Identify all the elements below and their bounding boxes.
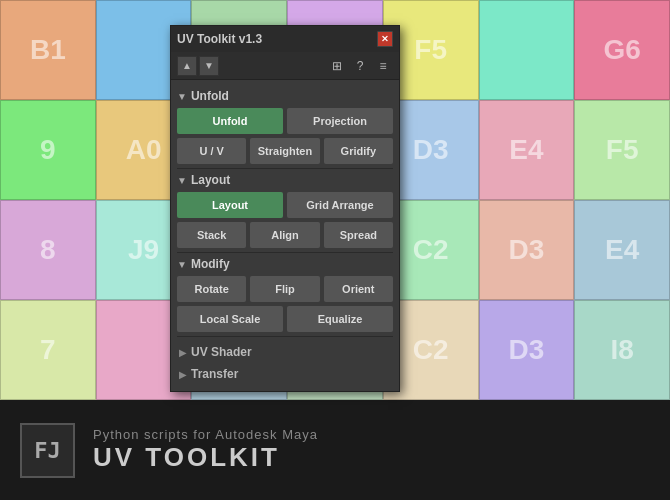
modify-row2: Local Scale Equalize: [177, 306, 393, 332]
local-scale-button[interactable]: Local Scale: [177, 306, 283, 332]
grid-icon[interactable]: ⊞: [327, 56, 347, 76]
bottom-title: UV TOOLKIT: [93, 442, 318, 473]
layout-arrow: ▼: [177, 175, 187, 186]
modify-title: Modify: [191, 257, 230, 271]
bottom-text-block: Python scripts for Autodesk Maya UV TOOL…: [93, 427, 318, 473]
modify-section-header: ▼ Modify: [177, 257, 393, 271]
grid-cell: D3: [479, 200, 575, 300]
grid-cell: 8: [0, 200, 96, 300]
grid-arrange-button[interactable]: Grid Arrange: [287, 192, 393, 218]
unfold-button[interactable]: Unfold: [177, 108, 283, 134]
divider1: [177, 168, 393, 169]
transfer-title: Transfer: [191, 367, 238, 381]
panel-title: UV Toolkit v1.3: [177, 32, 262, 46]
uv-shader-section[interactable]: ▶ UV Shader: [177, 341, 393, 363]
grid-cell: D3: [479, 300, 575, 400]
transfer-section[interactable]: ▶ Transfer: [177, 363, 393, 385]
unfold-section-header: ▼ Unfold: [177, 89, 393, 103]
align-button[interactable]: Align: [250, 222, 319, 248]
grid-cell: I8: [574, 300, 670, 400]
nav-up-button[interactable]: ▲: [177, 56, 197, 76]
projection-button[interactable]: Projection: [287, 108, 393, 134]
uv-shader-arrow: ▶: [179, 347, 187, 358]
layout-title: Layout: [191, 173, 230, 187]
orient-button[interactable]: Orient: [324, 276, 393, 302]
equalize-button[interactable]: Equalize: [287, 306, 393, 332]
grid-cell: B1: [0, 0, 96, 100]
gridify-button[interactable]: Gridify: [324, 138, 393, 164]
unfold-arrow: ▼: [177, 91, 187, 102]
panel-body: ▼ Unfold Unfold Projection U / V Straigh…: [171, 80, 399, 391]
spread-button[interactable]: Spread: [324, 222, 393, 248]
logo-text: FJ: [34, 438, 61, 463]
nav-arrows: ▲ ▼: [177, 56, 219, 76]
close-button[interactable]: ✕: [377, 31, 393, 47]
grid-cell: F5: [574, 100, 670, 200]
divider2: [177, 252, 393, 253]
logo-box: FJ: [20, 423, 75, 478]
modify-row1: Rotate Flip Orient: [177, 276, 393, 302]
bottom-subtitle: Python scripts for Autodesk Maya: [93, 427, 318, 442]
straighten-button[interactable]: Straighten: [250, 138, 319, 164]
rotate-button[interactable]: Rotate: [177, 276, 246, 302]
unfold-row1: Unfold Projection: [177, 108, 393, 134]
grid-cell: E4: [479, 100, 575, 200]
layout-row1: Layout Grid Arrange: [177, 192, 393, 218]
layout-row2: Stack Align Spread: [177, 222, 393, 248]
uv-button[interactable]: U / V: [177, 138, 246, 164]
bottom-bar: FJ Python scripts for Autodesk Maya UV T…: [0, 400, 670, 500]
title-controls: ✕: [377, 31, 393, 47]
grid-cell: G6: [574, 0, 670, 100]
nav-down-button[interactable]: ▼: [199, 56, 219, 76]
help-icon[interactable]: ?: [350, 56, 370, 76]
menu-icon[interactable]: ≡: [373, 56, 393, 76]
layout-section-header: ▼ Layout: [177, 173, 393, 187]
uv-toolkit-panel: UV Toolkit v1.3 ✕ ▲ ▼ ⊞ ? ≡ ▼ Unfold Unf…: [170, 25, 400, 392]
transfer-arrow: ▶: [179, 369, 187, 380]
unfold-title: Unfold: [191, 89, 229, 103]
panel-titlebar: UV Toolkit v1.3 ✕: [171, 26, 399, 52]
uv-shader-title: UV Shader: [191, 345, 252, 359]
modify-arrow: ▼: [177, 259, 187, 270]
flip-button[interactable]: Flip: [250, 276, 319, 302]
divider3: [177, 336, 393, 337]
grid-cell: E4: [574, 200, 670, 300]
layout-button[interactable]: Layout: [177, 192, 283, 218]
nav-icons: ⊞ ? ≡: [327, 56, 393, 76]
grid-cell: 9: [0, 100, 96, 200]
grid-cell: 7: [0, 300, 96, 400]
grid-cell: [479, 0, 575, 100]
stack-button[interactable]: Stack: [177, 222, 246, 248]
unfold-row2: U / V Straighten Gridify: [177, 138, 393, 164]
panel-nav: ▲ ▼ ⊞ ? ≡: [171, 52, 399, 80]
